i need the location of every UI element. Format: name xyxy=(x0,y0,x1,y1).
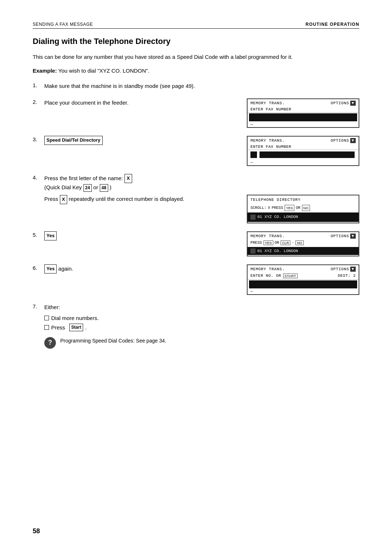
page-title: Dialing with the Telephone Directory xyxy=(33,37,359,46)
period-7: . xyxy=(85,323,87,332)
yes-key-6: Yes xyxy=(44,264,57,274)
lcd-arrow-btn-2: ▼ xyxy=(350,138,356,143)
lcd-top-left-5: MEMORY TRANS. xyxy=(250,267,285,271)
step-4: 4. Press the first letter of the name: X… xyxy=(33,174,359,223)
step-6-text: Yes again. xyxy=(44,264,240,274)
step-4-number: 4. xyxy=(33,174,44,181)
step-2-with-screen: Place your document in the feeder. MEMOR… xyxy=(44,98,359,128)
lcd-black-row-5 xyxy=(249,280,357,288)
step-5-text: Yes xyxy=(44,231,240,240)
lcd-cursor-row-1: — xyxy=(248,121,359,127)
step-5-with-screen: Yes MEMORY TRANS. OPTIONS ▼ PRE xyxy=(44,231,359,256)
entry-text-3: 01 XYZ CO. LONDON xyxy=(257,214,298,220)
or-text: or xyxy=(93,184,98,190)
step-4-screen: TELEPHONE DIRECTORY SCROLL: X PRESS YES … xyxy=(240,195,359,223)
key-48: 48 xyxy=(100,184,108,192)
key-24: 24 xyxy=(83,184,92,192)
step-7: 7. Either: Dial more numbers. Press Star… xyxy=(33,303,359,349)
steps-list: 1. Make sure that the machine is in stan… xyxy=(33,82,359,349)
lcd-black-row-1 xyxy=(249,113,357,121)
lcd-options-label-5: OPTIONS xyxy=(331,267,349,271)
step-7-dial: Dial more numbers. xyxy=(44,314,359,323)
step-3-number: 3. xyxy=(33,136,44,142)
step-2-text: Place your document in the feeder. xyxy=(44,98,240,107)
lcd-options-5: OPTIONS ▼ xyxy=(331,267,356,272)
step-7-content: Either: Dial more numbers. Press Start .… xyxy=(44,303,359,349)
lcd-options-4: OPTIONS ▼ xyxy=(331,234,356,239)
step-6-number: 6. xyxy=(33,264,44,271)
step-3-screen: MEMORY TRANS. OPTIONS ▼ ENTER FAX NUMBER… xyxy=(240,136,359,166)
lcd-topbar-2: MEMORY TRANS. OPTIONS ▼ xyxy=(248,137,359,144)
page-number: 58 xyxy=(33,527,40,535)
step-3-with-screen: Speed Dial/Tel Directory MEMORY TRANS. O… xyxy=(44,136,359,166)
key-x-sub: X xyxy=(60,195,68,204)
step-1: 1. Make sure that the machine is in stan… xyxy=(33,82,359,90)
start-btn-5: START xyxy=(283,274,298,278)
close-paren: ) xyxy=(110,184,111,190)
step-3-text: Speed Dial/Tel Directory xyxy=(44,136,240,145)
lcd-topbar-5: MEMORY TRANS. OPTIONS ▼ xyxy=(248,265,359,272)
no-btn-4: NO xyxy=(295,240,303,245)
checkbox-dial xyxy=(44,316,49,320)
lcd-top-left-1: MEMORY TRANS. xyxy=(250,101,285,105)
scroll-label: SCROLL: xyxy=(250,205,266,211)
lcd-cursor-row-2: — xyxy=(248,159,359,165)
page-header: Sending a Fax Message Routine Operation xyxy=(33,22,359,29)
step-5: 5. Yes MEMORY TRANS. OPTIONS ▼ xyxy=(33,231,359,256)
step-7-press: Press Start . xyxy=(44,323,359,332)
step-6: 6. Yes again. MEMORY TRANS. OPTIONS ▼ xyxy=(33,264,359,295)
lcd-scroll-row-4: PRESS YES OR CLR · NO xyxy=(248,239,359,246)
lcd-square-row xyxy=(248,150,359,159)
lcd-topbar-4: MEMORY TRANS. OPTIONS ▼ xyxy=(248,232,359,239)
checkbox-press xyxy=(44,325,49,330)
lcd-screen-5: MEMORY TRANS. OPTIONS ▼ ENTER NO. OR STA… xyxy=(247,264,359,295)
tip-text: Programming Speed Dial Codes: See page 3… xyxy=(60,337,166,345)
no-btn-3: NO xyxy=(302,205,310,211)
dest-label-5: DEST: 2 xyxy=(338,274,356,278)
or-label-4: OR xyxy=(275,240,279,245)
or-label-3: OR xyxy=(296,205,301,211)
sub-press-label: Press xyxy=(44,196,58,202)
lcd-topbar-1: MEMORY TRANS. OPTIONS ▼ xyxy=(248,99,359,106)
lcd-black-fill xyxy=(260,151,355,158)
step-4-content: Press the first letter of the name: X (Q… xyxy=(44,174,359,223)
lcd-options-label-4: OPTIONS xyxy=(331,234,349,238)
example-line: Example: You wish to dial "XYZ CO. LONDO… xyxy=(33,67,359,75)
lcd-screen-4: MEMORY TRANS. OPTIONS ▼ PRESS YES OR CLR… xyxy=(247,231,359,256)
step-2: 2. Place your document in the feeder. ME… xyxy=(33,98,359,128)
lcd-square-icon xyxy=(250,151,257,158)
lcd-options-label-1: OPTIONS xyxy=(331,101,349,105)
step-5-screen: MEMORY TRANS. OPTIONS ▼ PRESS YES OR CLR… xyxy=(240,231,359,256)
again-text-6: again. xyxy=(58,266,73,272)
entry-icon-3 xyxy=(250,215,256,220)
start-key-7: Start xyxy=(69,324,83,331)
yes-key-5: Yes xyxy=(44,231,57,240)
entry-text-4: 01 XYZ CO. LONDON xyxy=(257,249,298,253)
lcd-enter-row-5: ENTER NO. OR START DEST: 2 xyxy=(248,272,359,280)
lcd-screen-1: MEMORY TRANS. OPTIONS ▼ ENTER FAX NUMBER… xyxy=(247,98,359,128)
lcd-entry-row-3: 01 XYZ CO. LONDON xyxy=(248,212,359,222)
lcd-screen-3: TELEPHONE DIRECTORY SCROLL: X PRESS YES … xyxy=(247,195,359,223)
tip-row: ? Programming Speed Dial Codes: See page… xyxy=(44,337,359,349)
enter-label-5: ENTER NO. OR xyxy=(250,274,281,278)
entry-icon-4 xyxy=(250,248,256,254)
press-label-4: PRESS xyxy=(250,240,262,245)
lcd-options-label-2: OPTIONS xyxy=(331,138,349,143)
step-6-screen: MEMORY TRANS. OPTIONS ▼ ENTER NO. OR STA… xyxy=(240,264,359,295)
lcd-enter-row-1: ENTER FAX NUMBER xyxy=(248,106,359,113)
header-right: Routine Operation xyxy=(306,22,359,27)
header-left: Sending a Fax Message xyxy=(33,22,93,27)
lcd-entry-row-4: 01 XYZ CO. LONDON xyxy=(248,247,359,255)
press-label-7: Press xyxy=(51,323,65,332)
lcd-scroll-row: SCROLL: X PRESS YES OR NO xyxy=(248,204,359,212)
lcd-top-left-2: MEMORY TRANS. xyxy=(250,138,285,143)
lcd-cursor-row-5: — xyxy=(248,288,359,294)
intro-text: This can be done for any number that you… xyxy=(33,53,359,61)
step-7-number: 7. xyxy=(33,303,44,309)
step-1-number: 1. xyxy=(33,82,44,88)
yes-btn-3: YES xyxy=(285,205,294,211)
lcd-arrow-btn-5: ▼ xyxy=(350,267,356,272)
step-1-text: Make sure that the machine is in standby… xyxy=(44,82,359,90)
step-3: 3. Speed Dial/Tel Directory MEMORY TRANS… xyxy=(33,136,359,166)
lcd-arrow-btn-4: ▼ xyxy=(350,234,356,239)
